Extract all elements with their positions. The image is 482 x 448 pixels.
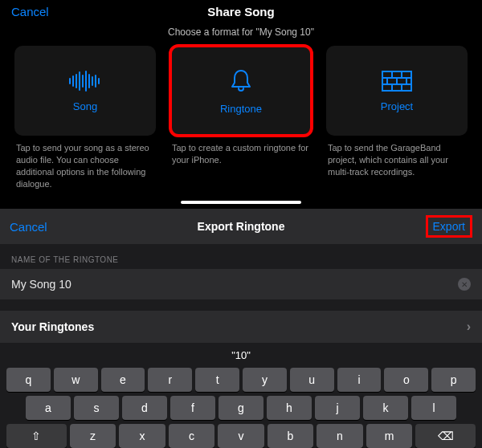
key-f[interactable]: f bbox=[170, 396, 215, 420]
key-c[interactable]: c bbox=[169, 424, 215, 448]
waveform-icon bbox=[67, 70, 104, 92]
song-card[interactable]: Song bbox=[14, 46, 156, 136]
share-subtitle: Choose a format for "My Song 10" bbox=[0, 20, 482, 46]
key-z[interactable]: z bbox=[70, 424, 116, 448]
key-e[interactable]: e bbox=[101, 368, 145, 392]
ringtone-name-field[interactable]: My Song 10 ✕ bbox=[0, 269, 482, 299]
ringtone-desc: Tap to create a custom ringtone for your… bbox=[170, 136, 312, 166]
key-v[interactable]: v bbox=[218, 424, 264, 448]
key-m[interactable]: m bbox=[366, 424, 413, 448]
home-indicator[interactable] bbox=[181, 201, 301, 204]
key-row-1: qwertyuiop bbox=[3, 368, 479, 396]
export-button[interactable]: Export bbox=[430, 218, 468, 234]
key-row-2: asdfghjkl bbox=[3, 396, 479, 424]
key-w[interactable]: w bbox=[54, 368, 98, 392]
cancel-button[interactable]: Cancel bbox=[11, 5, 49, 18]
project-desc: Tap to send the GarageBand project, whic… bbox=[326, 136, 468, 178]
export-nav: Cancel Export Ringtone Export bbox=[0, 209, 482, 244]
share-title: Share Song bbox=[0, 5, 482, 18]
key-n[interactable]: n bbox=[317, 424, 363, 448]
chevron-right-icon: › bbox=[467, 320, 471, 334]
key-j[interactable]: j bbox=[315, 396, 360, 420]
keyboard: "10" qwertyuiop asdfghjkl ⇧zxcvbnm⌫ 123 … bbox=[0, 343, 482, 448]
key-a[interactable]: a bbox=[26, 396, 71, 420]
bell-icon bbox=[227, 67, 255, 95]
key-t[interactable]: t bbox=[195, 368, 239, 392]
export-title: Export Ringtone bbox=[0, 220, 482, 233]
key-l[interactable]: l bbox=[411, 396, 456, 420]
song-label: Song bbox=[73, 100, 97, 112]
cancel-button-2[interactable]: Cancel bbox=[10, 220, 47, 234]
ringtone-card[interactable]: Ringtone bbox=[170, 46, 312, 136]
key-g[interactable]: g bbox=[219, 396, 263, 420]
key-h[interactable]: h bbox=[267, 396, 312, 420]
key-d[interactable]: d bbox=[122, 396, 167, 420]
format-cards: Song Tap to send your song as a stereo a… bbox=[0, 46, 482, 189]
key-q[interactable]: q bbox=[6, 368, 51, 392]
key-r[interactable]: r bbox=[148, 368, 192, 392]
ringtone-label: Ringtone bbox=[220, 103, 262, 115]
your-ringtones-row[interactable]: Your Ringtones › bbox=[0, 311, 482, 343]
key-u[interactable]: u bbox=[290, 368, 334, 392]
name-section-label: NAME OF THE RINGTONE bbox=[0, 244, 482, 269]
key-i[interactable]: i bbox=[337, 368, 382, 392]
project-label: Project bbox=[381, 100, 413, 112]
key-o[interactable]: o bbox=[384, 368, 428, 392]
export-ringtone-screen: Cancel Export Ringtone Export NAME OF TH… bbox=[0, 209, 482, 448]
key-row-3: ⇧zxcvbnm⌫ bbox=[3, 424, 479, 448]
bricks-icon bbox=[381, 70, 413, 92]
key-p[interactable]: p bbox=[431, 368, 476, 392]
key-k[interactable]: k bbox=[363, 396, 408, 420]
ringtone-name-value: My Song 10 bbox=[11, 278, 71, 291]
project-card[interactable]: Project bbox=[326, 46, 468, 136]
song-desc: Tap to send your song as a stereo audio … bbox=[14, 136, 156, 189]
key-y[interactable]: y bbox=[243, 368, 287, 392]
export-highlight: Export bbox=[426, 215, 472, 238]
key-x[interactable]: x bbox=[119, 424, 165, 448]
your-ringtones-label: Your Ringtones bbox=[11, 320, 94, 333]
backspace-key[interactable]: ⌫ bbox=[415, 424, 476, 448]
share-nav: Cancel Share Song bbox=[0, 0, 482, 20]
share-song-screen: Cancel Share Song Choose a format for "M… bbox=[0, 0, 482, 204]
clear-icon[interactable]: ✕ bbox=[458, 278, 471, 291]
prediction-bar[interactable]: "10" bbox=[3, 346, 479, 368]
key-b[interactable]: b bbox=[268, 424, 314, 448]
shift-key[interactable]: ⇧ bbox=[6, 424, 67, 448]
key-s[interactable]: s bbox=[74, 396, 119, 420]
